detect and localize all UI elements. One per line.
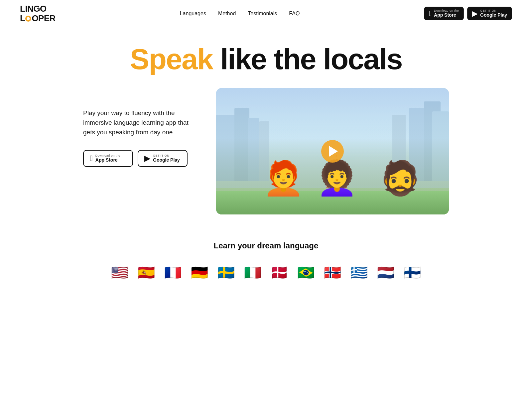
flag-norwegian[interactable]: 🇳🇴 — [322, 262, 343, 283]
header-appstore-big-label: App Store — [434, 12, 459, 18]
flag-english[interactable]: 🇺🇸 — [109, 262, 130, 283]
nav-languages[interactable]: Languages — [180, 11, 206, 17]
flag-finnish[interactable]: 🇫🇮 — [402, 262, 423, 283]
logo-loop-icon — [25, 16, 31, 22]
character-left: 🧑‍🦰 — [263, 161, 304, 195]
main-nav: Languages Method Testimonials FAQ — [180, 11, 300, 17]
flag-french[interactable]: 🇫🇷 — [163, 262, 183, 283]
hero-title-black: like the locals — [213, 43, 402, 75]
character-right: 🧔 — [379, 161, 421, 195]
svg-rect-0 — [216, 115, 236, 181]
hero-description: Play your way to fluency with the immers… — [83, 108, 196, 137]
video-scene: 🧑‍🦰 👩‍🦱 🧔 — [216, 88, 449, 214]
header-store-buttons:  Download on the App Store ▶ GET IT ON … — [424, 7, 512, 20]
google-play-icon: ▶ — [472, 10, 478, 17]
hero-title: Speak like the locals — [130, 44, 402, 74]
hero-googleplay-big: Google Play — [153, 157, 180, 163]
flag-dutch[interactable]: 🇳🇱 — [375, 262, 396, 283]
nav-testimonials[interactable]: Testimonials — [248, 11, 277, 17]
header-googleplay-button[interactable]: ▶ GET IT ON Google Play — [467, 7, 512, 20]
hero-appstore-small: Download on the — [95, 154, 120, 157]
header: LINGO LOPER Languages Method Testimonial… — [0, 0, 532, 27]
nav-faq[interactable]: FAQ — [289, 11, 300, 17]
video-container[interactable]: 🧑‍🦰 👩‍🦱 🧔 — [216, 88, 449, 214]
header-googleplay-small-label: GET IT ON — [480, 9, 507, 12]
video-play-button[interactable] — [321, 140, 344, 163]
hero-googleplay-small: GET IT ON — [153, 154, 180, 157]
hero-title-orange: Speak — [130, 43, 213, 75]
header-appstore-small-label: Download on the — [434, 9, 459, 12]
logo-line1: LINGO — [20, 4, 56, 14]
hero-appstore-big: App Store — [95, 157, 120, 163]
hero-apple-icon:  — [90, 154, 93, 162]
nav-method[interactable]: Method — [218, 11, 236, 17]
flag-italian[interactable]: 🇮🇹 — [242, 262, 263, 283]
header-appstore-button[interactable]:  Download on the App Store — [424, 7, 464, 20]
flag-swedish[interactable]: 🇸🇪 — [216, 262, 236, 283]
logo-line2: LOPER — [20, 14, 56, 23]
flags-row: 🇺🇸🇪🇸🇫🇷🇩🇪🇸🇪🇮🇹🇩🇰🇧🇷🇳🇴🇬🇷🇳🇱🇫🇮 — [109, 262, 423, 283]
svg-rect-2 — [248, 118, 259, 181]
svg-rect-1 — [234, 108, 249, 181]
hero-left-panel: Play your way to fluency with the immers… — [83, 88, 196, 167]
hero-content: Play your way to fluency with the immers… — [83, 88, 449, 214]
hero-store-buttons:  Download on the App Store ▶ GET IT ON … — [83, 150, 196, 167]
flag-spanish[interactable]: 🇪🇸 — [136, 262, 157, 283]
flag-portuguese[interactable]: 🇧🇷 — [296, 262, 316, 283]
logo[interactable]: LINGO LOPER — [20, 4, 56, 23]
hero-google-play-icon: ▶ — [144, 154, 150, 162]
hero-googleplay-button[interactable]: ▶ GET IT ON Google Play — [138, 150, 188, 167]
header-googleplay-big-label: Google Play — [480, 12, 507, 18]
flag-danish[interactable]: 🇩🇰 — [269, 262, 290, 283]
flag-greek[interactable]: 🇬🇷 — [349, 262, 369, 283]
languages-section-title: Learn your dream language — [214, 241, 319, 250]
play-triangle-icon — [329, 146, 338, 157]
hero-appstore-button[interactable]:  Download on the App Store — [83, 150, 133, 167]
apple-icon:  — [429, 10, 432, 17]
hero-section: Speak like the locals Play your way to f… — [0, 27, 532, 224]
flag-german[interactable]: 🇩🇪 — [189, 262, 210, 283]
svg-rect-5 — [432, 111, 449, 181]
languages-section: Learn your dream language 🇺🇸🇪🇸🇫🇷🇩🇪🇸🇪🇮🇹🇩🇰… — [0, 224, 532, 303]
character-middle: 👩‍🦱 — [316, 161, 358, 195]
